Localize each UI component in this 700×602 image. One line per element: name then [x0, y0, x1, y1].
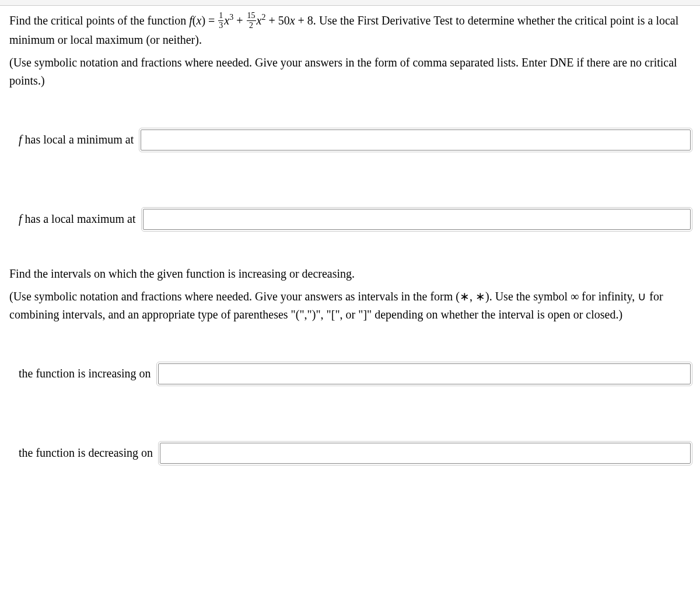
local-min-label: f has local a minimum at — [19, 133, 134, 146]
answer-row-increasing: the function is increasing on — [9, 363, 691, 384]
local-max-input[interactable] — [143, 209, 691, 230]
fraction-15-2: 152 — [247, 12, 256, 30]
term-rest-x: x — [290, 14, 295, 27]
increasing-label: the function is increasing on — [19, 367, 151, 380]
func-paren-open: ( — [192, 14, 197, 27]
increasing-input[interactable] — [158, 363, 691, 384]
top-border-spacer — [0, 0, 700, 6]
local-max-text: has a local maximum at — [22, 212, 136, 225]
frac2-num: 15 — [247, 12, 256, 21]
question-content: Find the critical points of the function… — [0, 6, 700, 499]
answer-row-local-max: f has a local maximum at — [9, 209, 691, 230]
term-rest2: + 8. — [295, 14, 319, 27]
term1-x: x — [224, 14, 229, 27]
local-min-input[interactable] — [141, 130, 691, 150]
local-min-text: has local a minimum at — [22, 133, 134, 146]
fraction-1-3: 13 — [218, 12, 223, 30]
answer-row-local-min: f has local a minimum at — [9, 130, 691, 150]
decreasing-label: the function is decreasing on — [19, 446, 153, 460]
local-max-label: f has a local maximum at — [19, 212, 136, 226]
problem-statement: Find the critical points of the function… — [9, 12, 691, 49]
problem-note-1: (Use symbolic notation and fractions whe… — [9, 54, 691, 90]
decreasing-input[interactable] — [160, 443, 691, 464]
function-expression: f(x) = 13x3 + 152x2 + 50x + 8. — [189, 14, 319, 27]
problem2-note: (Use symbolic notation and fractions whe… — [9, 288, 691, 324]
func-eq: ) = — [201, 14, 218, 27]
plus1: + — [233, 14, 246, 27]
answer-row-decreasing: the function is decreasing on — [9, 443, 691, 464]
problem2-prompt: Find the intervals on which the given fu… — [9, 265, 691, 283]
frac1-den: 3 — [218, 21, 223, 30]
frac1-num: 1 — [218, 12, 223, 21]
term-rest: + 50 — [265, 14, 289, 27]
frac2-den: 2 — [247, 21, 256, 30]
intro-text-pre: Find the critical points of the function — [9, 14, 189, 27]
